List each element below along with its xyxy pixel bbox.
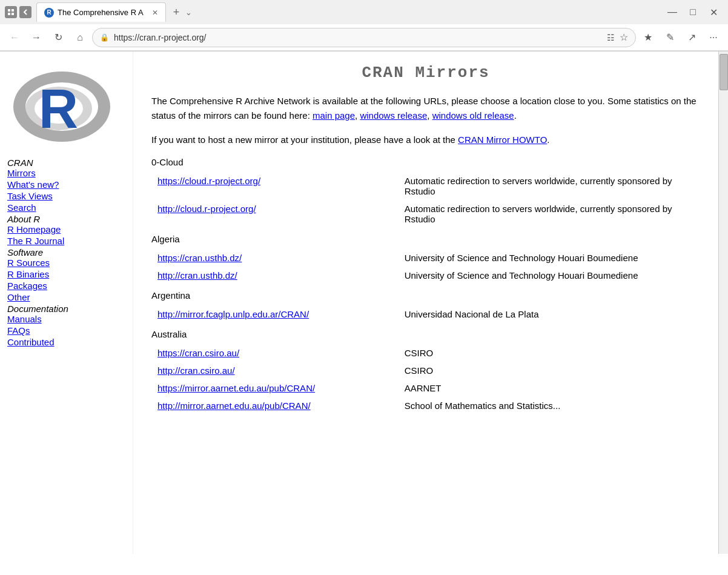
new-tab-button[interactable]: + xyxy=(168,6,185,19)
windows-release-link[interactable]: windows release xyxy=(360,110,427,121)
sidebar-item-packages[interactable]: Packages xyxy=(7,281,125,291)
mirror-table-argentina: http://mirror.fcaglp.unlp.edu.ar/CRAN/ U… xyxy=(151,305,700,323)
hosting-text: If you want to host a new mirror at your… xyxy=(151,135,458,145)
table-row: http://cran.csiro.au/ CSIRO xyxy=(151,362,700,379)
main-page-link[interactable]: main page xyxy=(313,110,355,121)
documentation-label: Documentation xyxy=(7,304,68,314)
forward-button[interactable]: → xyxy=(27,28,46,47)
sidebar-item-faqs[interactable]: FAQs xyxy=(7,325,125,336)
tab-title: The Comprehensive R A xyxy=(58,8,144,17)
table-row: https://cran.usthb.dz/ University of Sci… xyxy=(151,249,700,267)
page-title: CRAN Mirrors xyxy=(151,64,700,82)
tab-favicon: R xyxy=(44,8,54,18)
window-icon xyxy=(5,6,17,18)
sidebar-item-task-views[interactable]: Task Views xyxy=(7,191,125,201)
sidebar-item-search[interactable]: Search xyxy=(7,202,125,213)
mirror-description: Automatic redirection to servers worldwi… xyxy=(399,200,700,228)
tab-close-button[interactable]: ✕ xyxy=(152,8,158,17)
nav-bar: ← → ↻ ⌂ 🔒 ☷ ☆ ★ ✎ ↗ ··· xyxy=(0,24,728,51)
about-label: About R xyxy=(7,214,40,224)
mirror-description: Automatic redirection to servers worldwi… xyxy=(399,172,700,200)
maximize-button[interactable]: □ xyxy=(683,2,703,22)
software-label: Software xyxy=(7,247,43,258)
share-button[interactable]: ↗ xyxy=(682,28,701,47)
main-content: CRAN Mirrors The Comprehensive R Archive… xyxy=(133,52,718,554)
table-row: http://mirror.aarnet.edu.au/pub/CRAN/ Sc… xyxy=(151,397,700,414)
mirror-table-algeria: https://cran.usthb.dz/ University of Sci… xyxy=(151,249,700,284)
sidebar-item-r-sources[interactable]: R Sources xyxy=(7,258,125,268)
mirror-url-link[interactable]: https://cran.csiro.au/ xyxy=(157,348,239,358)
svg-rect-3 xyxy=(12,13,14,15)
country-australia: Australia xyxy=(151,329,700,339)
sidebar-item-r-homepage[interactable]: R Homepage xyxy=(7,224,125,234)
cran-section: CRAN Mirrors What's new? Task Views Sear… xyxy=(7,158,125,213)
country-argentina: Argentina xyxy=(151,290,700,301)
sidebar-item-r-binaries[interactable]: R Binaries xyxy=(7,269,125,279)
active-tab[interactable]: R The Comprehensive R A ✕ xyxy=(36,2,166,22)
r-logo: R xyxy=(7,61,116,146)
favorites-icon[interactable]: ☆ xyxy=(620,32,628,43)
software-section: Software R Sources R Binaries Packages O… xyxy=(7,247,125,302)
mirror-description: CSIRO xyxy=(399,362,700,379)
mirror-url-link[interactable]: http://cloud.r-project.org/ xyxy=(157,204,256,214)
country-0-cloud: 0-Cloud xyxy=(151,157,700,167)
address-bar[interactable]: 🔒 ☷ ☆ xyxy=(92,28,636,47)
sidebar-item-contributed[interactable]: Contributed xyxy=(7,337,125,347)
sidebar-item-mirrors[interactable]: Mirrors xyxy=(7,168,125,178)
browser-actions: ★ ✎ ↗ ··· xyxy=(638,28,723,47)
table-row: http://cloud.r-project.org/ Automatic re… xyxy=(151,200,700,228)
sidebar-item-manuals[interactable]: Manuals xyxy=(7,314,125,324)
mirror-url-link[interactable]: http://cran.usthb.dz/ xyxy=(157,270,237,281)
mirror-description: AARNET xyxy=(399,379,700,397)
windows-old-release-link[interactable]: windows old release xyxy=(432,110,514,121)
back-icon xyxy=(19,6,31,18)
table-row: https://cloud.r-project.org/ Automatic r… xyxy=(151,172,700,200)
mirror-url-link[interactable]: http://mirror.aarnet.edu.au/pub/CRAN/ xyxy=(157,401,311,411)
table-row: http://cran.usthb.dz/ University of Scie… xyxy=(151,267,700,284)
notes-button[interactable]: ✎ xyxy=(660,28,680,47)
close-button[interactable]: ✕ xyxy=(704,2,723,22)
mirror-url-link[interactable]: https://mirror.aarnet.edu.au/pub/CRAN/ xyxy=(157,383,315,393)
mirror-description: University of Science and Technology Hou… xyxy=(399,267,700,284)
page-wrapper: R CRAN Mirrors What's new? Task Views Se… xyxy=(0,52,728,554)
mirrors-section: 0-Cloud https://cloud.r-project.org/ Aut… xyxy=(151,157,700,414)
lock-icon: 🔒 xyxy=(100,33,109,42)
table-row: https://mirror.aarnet.edu.au/pub/CRAN/ A… xyxy=(151,379,700,397)
reading-view-icon[interactable]: ☷ xyxy=(607,33,615,42)
mirror-description: CSIRO xyxy=(399,344,700,362)
tab-dropdown-button[interactable]: ⌄ xyxy=(185,8,192,17)
sidebar-item-other[interactable]: Other xyxy=(7,292,125,302)
minimize-button[interactable]: — xyxy=(663,2,682,22)
mirror-table-0-cloud: https://cloud.r-project.org/ Automatic r… xyxy=(151,172,700,228)
svg-rect-0 xyxy=(8,9,10,12)
documentation-section: Documentation Manuals FAQs Contributed xyxy=(7,304,125,347)
sidebar-item-whats-new[interactable]: What's new? xyxy=(7,179,125,190)
favorites-bar-button[interactable]: ★ xyxy=(638,28,658,47)
back-button[interactable]: ← xyxy=(5,28,24,47)
mirror-url-link[interactable]: http://mirror.fcaglp.unlp.edu.ar/CRAN/ xyxy=(157,309,309,319)
mirror-url-link[interactable]: https://cloud.r-project.org/ xyxy=(157,176,260,186)
mirror-url-link[interactable]: http://cran.csiro.au/ xyxy=(157,365,235,376)
home-button[interactable]: ⌂ xyxy=(70,28,90,47)
title-bar: R The Comprehensive R A ✕ + ⌄ — □ ✕ xyxy=(0,0,728,24)
cran-mirror-howto-link[interactable]: CRAN Mirror HOWTO xyxy=(458,135,547,145)
table-row: http://mirror.fcaglp.unlp.edu.ar/CRAN/ U… xyxy=(151,305,700,323)
mirror-description: Universidad Nacional de La Plata xyxy=(399,305,700,323)
browser-chrome: R The Comprehensive R A ✕ + ⌄ — □ ✕ ← → … xyxy=(0,0,728,52)
about-section: About R R Homepage The R Journal xyxy=(7,214,125,246)
refresh-button[interactable]: ↻ xyxy=(48,28,68,47)
scrollbar[interactable] xyxy=(718,52,728,554)
country-algeria: Algeria xyxy=(151,234,700,244)
hosting-paragraph: If you want to host a new mirror at your… xyxy=(151,133,700,147)
svg-text:R: R xyxy=(39,79,78,139)
mirror-description: University of Science and Technology Hou… xyxy=(399,249,700,267)
intro-paragraph: The Comprehensive R Archive Network is a… xyxy=(151,94,700,123)
mirror-table-australia: https://cran.csiro.au/ CSIRO http://cran… xyxy=(151,344,700,414)
sidebar: R CRAN Mirrors What's new? Task Views Se… xyxy=(0,52,133,554)
settings-button[interactable]: ··· xyxy=(704,28,723,47)
url-input[interactable] xyxy=(114,33,602,42)
scrollbar-thumb[interactable] xyxy=(720,54,728,90)
mirror-url-link[interactable]: https://cran.usthb.dz/ xyxy=(157,253,242,263)
sidebar-item-r-journal[interactable]: The R Journal xyxy=(7,236,125,246)
mirror-description: School of Mathematics and Statistics... xyxy=(399,397,700,414)
